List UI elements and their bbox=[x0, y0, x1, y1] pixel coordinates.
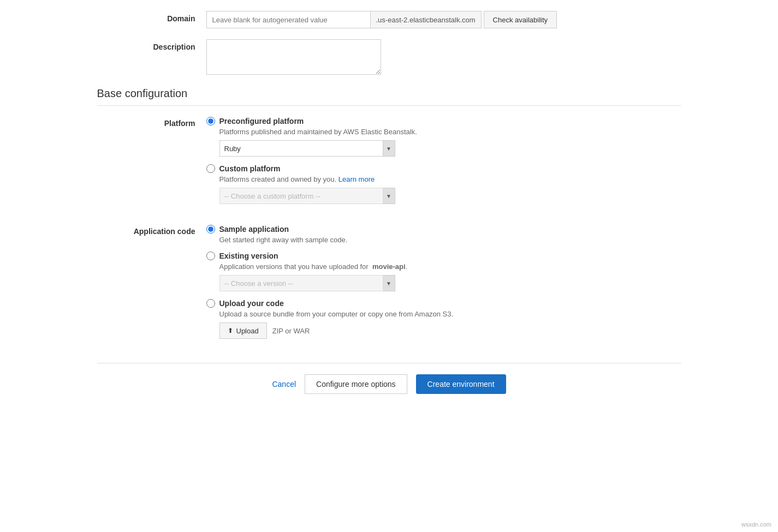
custom-platform-text: Custom platform bbox=[219, 164, 281, 173]
domain-label: Domain bbox=[97, 11, 206, 23]
preconfigured-platform-select-wrapper: Ruby ▼ bbox=[219, 140, 681, 157]
sample-app-option: Sample application Get started right awa… bbox=[206, 225, 681, 244]
base-config-section: Base configuration Platform Preconfigure… bbox=[97, 87, 681, 346]
preconfigured-platform-text: Preconfigured platform bbox=[219, 117, 304, 125]
domain-suffix: .us-east-2.elasticbeanstalk.com bbox=[370, 11, 482, 28]
configure-more-options-button[interactable]: Configure more options bbox=[305, 374, 407, 394]
existing-version-desc-prefix: Application versions that you have uploa… bbox=[219, 262, 369, 271]
check-availability-button[interactable]: Check availability bbox=[484, 11, 557, 28]
upload-code-label[interactable]: Upload your code bbox=[206, 299, 681, 308]
preconfigured-platform-option: Preconfigured platform Platforms publish… bbox=[206, 117, 681, 157]
platform-options: Preconfigured platform Platforms publish… bbox=[206, 117, 681, 212]
domain-input[interactable] bbox=[206, 11, 370, 28]
upload-code-option: Upload your code Upload a source bundle … bbox=[206, 299, 681, 339]
domain-row: Domain .us-east-2.elasticbeanstalk.com C… bbox=[97, 11, 681, 28]
section-divider bbox=[97, 105, 681, 106]
app-code-options: Sample application Get started right awa… bbox=[206, 225, 681, 346]
description-control bbox=[206, 39, 381, 76]
learn-more-link[interactable]: Learn more bbox=[338, 175, 375, 183]
existing-version-radio[interactable] bbox=[206, 252, 215, 260]
domain-control-group: .us-east-2.elasticbeanstalk.com Check av… bbox=[206, 11, 681, 28]
existing-version-select-wrapper: -- Choose a version -- ▼ bbox=[219, 275, 681, 291]
description-row: Description bbox=[97, 39, 681, 76]
preconfigured-platform-select[interactable]: Ruby bbox=[219, 140, 383, 157]
bottom-actions: Cancel Configure more options Create env… bbox=[97, 374, 681, 394]
existing-version-desc-suffix: . bbox=[406, 262, 408, 271]
bottom-divider bbox=[97, 363, 681, 363]
existing-version-description: Application versions that you have uploa… bbox=[219, 262, 681, 271]
platform-section: Platform Preconfigured platform Platform… bbox=[97, 117, 681, 212]
create-environment-button[interactable]: Create environment bbox=[416, 374, 506, 394]
sample-app-radio[interactable] bbox=[206, 225, 215, 234]
cancel-button[interactable]: Cancel bbox=[272, 380, 296, 388]
upload-controls: ⬆ Upload ZIP or WAR bbox=[219, 322, 681, 339]
custom-platform-description: Platforms created and owned by you. Lear… bbox=[219, 175, 681, 183]
sample-app-label[interactable]: Sample application bbox=[206, 225, 681, 234]
preconfigured-platform-radio[interactable] bbox=[206, 117, 215, 125]
zip-note: ZIP or WAR bbox=[272, 327, 310, 335]
custom-select-arrow[interactable]: ▼ bbox=[383, 188, 395, 204]
custom-platform-radio[interactable] bbox=[206, 164, 215, 173]
existing-version-option: Existing version Application versions th… bbox=[206, 252, 681, 291]
upload-button-label: Upload bbox=[236, 327, 259, 335]
custom-platform-option: Custom platform Platforms created and ow… bbox=[206, 164, 681, 204]
existing-version-select[interactable]: -- Choose a version -- bbox=[219, 275, 383, 291]
sample-app-description: Get started right away with sample code. bbox=[219, 236, 681, 244]
app-code-section: Application code Sample application Get … bbox=[97, 225, 681, 346]
existing-version-select-arrow[interactable]: ▼ bbox=[383, 275, 395, 291]
description-textarea[interactable] bbox=[206, 39, 381, 75]
sample-app-text: Sample application bbox=[219, 225, 289, 234]
custom-platform-select[interactable]: -- Choose a custom platform -- bbox=[219, 188, 383, 204]
existing-version-text: Existing version bbox=[219, 252, 278, 260]
custom-platform-desc-text: Platforms created and owned by you. bbox=[219, 175, 337, 183]
existing-version-app-name: movie-api bbox=[372, 262, 406, 271]
preconfigured-platform-label[interactable]: Preconfigured platform bbox=[206, 117, 681, 125]
upload-icon: ⬆ bbox=[228, 327, 233, 334]
platform-label: Platform bbox=[97, 117, 206, 128]
app-code-label: Application code bbox=[97, 225, 206, 236]
base-config-title: Base configuration bbox=[97, 87, 681, 100]
existing-version-label[interactable]: Existing version bbox=[206, 252, 681, 260]
preconfigured-select-arrow[interactable]: ▼ bbox=[383, 140, 395, 157]
description-label: Description bbox=[97, 39, 206, 51]
custom-platform-label[interactable]: Custom platform bbox=[206, 164, 681, 173]
upload-code-radio[interactable] bbox=[206, 299, 215, 308]
upload-button[interactable]: ⬆ Upload bbox=[219, 322, 267, 339]
custom-platform-select-wrapper: -- Choose a custom platform -- ▼ bbox=[219, 188, 681, 204]
upload-code-text: Upload your code bbox=[219, 299, 284, 308]
preconfigured-platform-description: Platforms published and maintained by AW… bbox=[219, 128, 681, 136]
watermark: wsxdn.com bbox=[741, 521, 771, 528]
upload-code-description: Upload a source bundle from your compute… bbox=[219, 310, 681, 318]
